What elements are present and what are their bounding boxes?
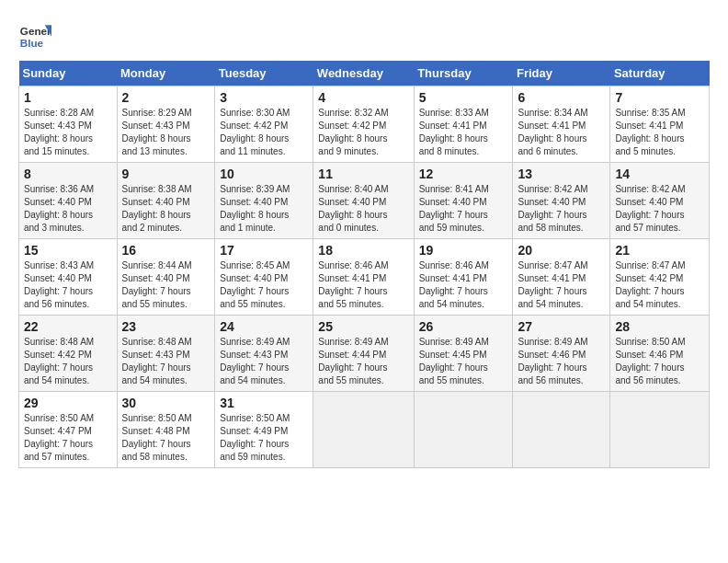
day-info: Sunrise: 8:46 AM Sunset: 4:41 PM Dayligh… (419, 259, 508, 311)
day-info: Sunrise: 8:50 AM Sunset: 4:49 PM Dayligh… (220, 412, 308, 464)
day-info: Sunrise: 8:40 AM Sunset: 4:40 PM Dayligh… (318, 183, 408, 235)
day-number: 4 (318, 90, 408, 105)
calendar-cell: 1Sunrise: 8:28 AM Sunset: 4:43 PM Daylig… (19, 86, 118, 163)
calendar-cell: 3Sunrise: 8:30 AM Sunset: 4:42 PM Daylig… (215, 86, 313, 163)
calendar-week-row: 8Sunrise: 8:36 AM Sunset: 4:40 PM Daylig… (19, 163, 710, 239)
day-number: 20 (518, 243, 605, 258)
day-info: Sunrise: 8:32 AM Sunset: 4:42 PM Dayligh… (318, 107, 408, 158)
day-of-week-header: Wednesday (313, 61, 414, 86)
day-number: 8 (24, 167, 112, 181)
day-number: 19 (419, 243, 508, 258)
calendar-cell: 16Sunrise: 8:44 AM Sunset: 4:40 PM Dayli… (117, 239, 215, 316)
day-info: Sunrise: 8:34 AM Sunset: 4:41 PM Dayligh… (518, 107, 605, 158)
day-number: 3 (220, 90, 308, 105)
calendar-header-row: SundayMondayTuesdayWednesdayThursdayFrid… (19, 61, 710, 86)
day-info: Sunrise: 8:33 AM Sunset: 4:41 PM Dayligh… (419, 107, 508, 158)
calendar-cell: 12Sunrise: 8:41 AM Sunset: 4:40 PM Dayli… (414, 163, 513, 239)
page-header: General Blue (18, 18, 710, 52)
calendar-cell: 5Sunrise: 8:33 AM Sunset: 4:41 PM Daylig… (414, 86, 513, 163)
day-info: Sunrise: 8:30 AM Sunset: 4:42 PM Dayligh… (220, 107, 308, 158)
day-number: 22 (24, 319, 112, 334)
day-info: Sunrise: 8:47 AM Sunset: 4:41 PM Dayligh… (518, 259, 605, 311)
day-info: Sunrise: 8:29 AM Sunset: 4:43 PM Dayligh… (122, 107, 210, 158)
calendar-cell: 29Sunrise: 8:50 AM Sunset: 4:47 PM Dayli… (19, 392, 118, 468)
calendar-week-row: 22Sunrise: 8:48 AM Sunset: 4:42 PM Dayli… (19, 316, 710, 392)
calendar-cell: 27Sunrise: 8:49 AM Sunset: 4:46 PM Dayli… (513, 316, 610, 392)
day-number: 29 (24, 396, 112, 410)
day-info: Sunrise: 8:48 AM Sunset: 4:43 PM Dayligh… (122, 336, 210, 387)
day-of-week-header: Thursday (414, 61, 513, 86)
calendar-cell: 22Sunrise: 8:48 AM Sunset: 4:42 PM Dayli… (19, 316, 118, 392)
day-number: 10 (220, 167, 308, 181)
calendar-week-row: 29Sunrise: 8:50 AM Sunset: 4:47 PM Dayli… (19, 392, 710, 468)
calendar-cell: 26Sunrise: 8:49 AM Sunset: 4:45 PM Dayli… (414, 316, 513, 392)
day-number: 17 (220, 243, 308, 258)
calendar-cell (313, 392, 414, 468)
day-number: 11 (318, 167, 408, 181)
calendar-cell: 24Sunrise: 8:49 AM Sunset: 4:43 PM Dayli… (215, 316, 313, 392)
calendar-week-row: 15Sunrise: 8:43 AM Sunset: 4:40 PM Dayli… (19, 239, 710, 316)
calendar-cell: 7Sunrise: 8:35 AM Sunset: 4:41 PM Daylig… (610, 86, 710, 163)
calendar-cell: 4Sunrise: 8:32 AM Sunset: 4:42 PM Daylig… (313, 86, 414, 163)
day-number: 21 (615, 243, 704, 258)
day-number: 18 (318, 243, 408, 258)
day-number: 14 (615, 167, 704, 181)
day-info: Sunrise: 8:47 AM Sunset: 4:42 PM Dayligh… (615, 259, 704, 311)
calendar-cell: 21Sunrise: 8:47 AM Sunset: 4:42 PM Dayli… (610, 239, 710, 316)
day-number: 2 (122, 90, 210, 105)
calendar-cell (414, 392, 513, 468)
day-number: 25 (318, 319, 408, 334)
day-number: 12 (419, 167, 508, 181)
calendar-cell: 8Sunrise: 8:36 AM Sunset: 4:40 PM Daylig… (19, 163, 118, 239)
calendar-cell (610, 392, 710, 468)
calendar-cell: 13Sunrise: 8:42 AM Sunset: 4:40 PM Dayli… (513, 163, 610, 239)
day-info: Sunrise: 8:39 AM Sunset: 4:40 PM Dayligh… (220, 183, 308, 235)
calendar-cell: 28Sunrise: 8:50 AM Sunset: 4:46 PM Dayli… (610, 316, 710, 392)
calendar-body: 1Sunrise: 8:28 AM Sunset: 4:43 PM Daylig… (19, 86, 710, 468)
logo-icon: General Blue (18, 18, 51, 52)
day-info: Sunrise: 8:49 AM Sunset: 4:46 PM Dayligh… (518, 336, 605, 387)
day-number: 30 (122, 396, 210, 410)
calendar-cell: 19Sunrise: 8:46 AM Sunset: 4:41 PM Dayli… (414, 239, 513, 316)
day-info: Sunrise: 8:46 AM Sunset: 4:41 PM Dayligh… (318, 259, 408, 311)
calendar-cell: 14Sunrise: 8:42 AM Sunset: 4:40 PM Dayli… (610, 163, 710, 239)
day-info: Sunrise: 8:44 AM Sunset: 4:40 PM Dayligh… (122, 259, 210, 311)
day-info: Sunrise: 8:43 AM Sunset: 4:40 PM Dayligh… (24, 259, 112, 311)
calendar-cell: 15Sunrise: 8:43 AM Sunset: 4:40 PM Dayli… (19, 239, 118, 316)
day-info: Sunrise: 8:49 AM Sunset: 4:43 PM Dayligh… (220, 336, 308, 387)
calendar-cell: 9Sunrise: 8:38 AM Sunset: 4:40 PM Daylig… (117, 163, 215, 239)
day-info: Sunrise: 8:28 AM Sunset: 4:43 PM Dayligh… (24, 107, 112, 158)
day-number: 13 (518, 167, 605, 181)
calendar-cell: 10Sunrise: 8:39 AM Sunset: 4:40 PM Dayli… (215, 163, 313, 239)
calendar-cell: 18Sunrise: 8:46 AM Sunset: 4:41 PM Dayli… (313, 239, 414, 316)
day-info: Sunrise: 8:48 AM Sunset: 4:42 PM Dayligh… (24, 336, 112, 387)
day-number: 16 (122, 243, 210, 258)
day-number: 15 (24, 243, 112, 258)
calendar-cell: 30Sunrise: 8:50 AM Sunset: 4:48 PM Dayli… (117, 392, 215, 468)
calendar-cell: 31Sunrise: 8:50 AM Sunset: 4:49 PM Dayli… (215, 392, 313, 468)
day-info: Sunrise: 8:49 AM Sunset: 4:45 PM Dayligh… (419, 336, 508, 387)
day-number: 9 (122, 167, 210, 181)
day-info: Sunrise: 8:38 AM Sunset: 4:40 PM Dayligh… (122, 183, 210, 235)
calendar-cell: 25Sunrise: 8:49 AM Sunset: 4:44 PM Dayli… (313, 316, 414, 392)
day-info: Sunrise: 8:41 AM Sunset: 4:40 PM Dayligh… (419, 183, 508, 235)
day-number: 26 (419, 319, 508, 334)
calendar-cell: 2Sunrise: 8:29 AM Sunset: 4:43 PM Daylig… (117, 86, 215, 163)
calendar-cell: 6Sunrise: 8:34 AM Sunset: 4:41 PM Daylig… (513, 86, 610, 163)
day-number: 28 (615, 319, 704, 334)
calendar-cell (513, 392, 610, 468)
day-number: 23 (122, 319, 210, 334)
calendar-cell: 17Sunrise: 8:45 AM Sunset: 4:40 PM Dayli… (215, 239, 313, 316)
day-number: 7 (615, 90, 704, 105)
day-number: 27 (518, 319, 605, 334)
day-number: 31 (220, 396, 308, 410)
day-info: Sunrise: 8:50 AM Sunset: 4:48 PM Dayligh… (122, 412, 210, 464)
day-info: Sunrise: 8:50 AM Sunset: 4:46 PM Dayligh… (615, 336, 704, 387)
calendar-cell: 20Sunrise: 8:47 AM Sunset: 4:41 PM Dayli… (513, 239, 610, 316)
calendar-cell: 11Sunrise: 8:40 AM Sunset: 4:40 PM Dayli… (313, 163, 414, 239)
logo: General Blue (18, 18, 51, 52)
day-of-week-header: Friday (513, 61, 610, 86)
day-info: Sunrise: 8:35 AM Sunset: 4:41 PM Dayligh… (615, 107, 704, 158)
calendar-table: SundayMondayTuesdayWednesdayThursdayFrid… (18, 61, 710, 468)
day-of-week-header: Saturday (610, 61, 710, 86)
